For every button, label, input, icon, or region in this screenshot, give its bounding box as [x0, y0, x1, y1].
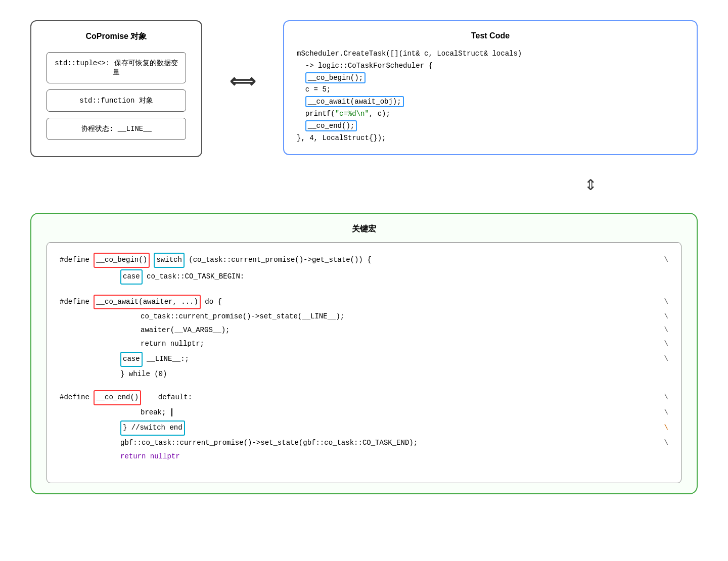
co-await-macro-name: __co_await(awaiter, ...)	[94, 295, 201, 310]
testcode-block: mScheduler.CreateTask([](int& c, LocalSt…	[297, 48, 684, 144]
cursor	[166, 407, 172, 419]
co-begin-case-rest: co_task::CO_TASK_BEGIN:	[143, 271, 245, 283]
co-begin-macro-name: __co_begin()	[94, 253, 150, 268]
co-await-rest: do {	[201, 296, 222, 308]
vertical-arrow-icon: ⇕	[584, 175, 597, 195]
co-await-awaiter: awaiter(__VA_ARGS__);	[141, 324, 230, 337]
switch-keyword: switch	[154, 253, 184, 268]
backslash-8: \	[649, 422, 668, 434]
macro-line-co-await-2: co_task::current_promise()->set_state(__…	[60, 311, 668, 323]
keymacro-box: 关键宏 #define __co_begin() switch (co_task…	[30, 213, 698, 494]
backslash-6: \	[649, 392, 668, 404]
testcode-title: Test Code	[297, 31, 684, 40]
testcode-line-1: -> logic::CoTaskForScheduler {	[297, 60, 684, 72]
macro-line-co-end-5: return nullptr	[60, 451, 668, 463]
macro-line-co-await-4: return nullptr; \	[60, 338, 668, 350]
testcode-line-6: __co_end();	[297, 120, 684, 132]
backslash-5: \	[649, 353, 668, 365]
space-0	[150, 254, 154, 266]
define-keyword-2: #define	[60, 392, 94, 404]
testcode-line-0: mScheduler.CreateTask([](int& c, LocalSt…	[297, 48, 684, 60]
macro-line-co-await-3: awaiter(__VA_ARGS__); \	[60, 324, 668, 337]
macro-line-co-end-4: gbf::co_task::current_promise()->set_sta…	[60, 437, 668, 449]
co-await-case-line: __LINE__:;	[143, 353, 189, 365]
testcode-box: Test Code mScheduler.CreateTask([](int& …	[283, 20, 698, 155]
macro-line-co-begin-2: case co_task::CO_TASK_BEGIN:	[60, 269, 668, 285]
macro-line-co-end-1: #define __co_end() default: \	[60, 390, 668, 405]
co-begin-highlight: __co_begin();	[305, 72, 366, 83]
copromise-box: CoPromise 对象 std::tuple<>: 保存可恢复的数据变量 st…	[30, 20, 202, 157]
testcode-line-3: c = 5;	[297, 84, 684, 96]
copromise-item-2: 协程状态: __LINE__	[47, 118, 186, 140]
backslash-4: \	[649, 338, 668, 350]
define-keyword-1: #define	[60, 296, 94, 308]
copromise-item-0: std::tuple<>: 保存可恢复的数据变量	[47, 52, 186, 83]
co-await-set-state: co_task::current_promise()->set_state(__…	[141, 311, 344, 323]
horizontal-arrow-container: ⟺	[222, 71, 263, 93]
keymacro-title: 关键宏	[47, 224, 681, 235]
macro-line-co-begin-1: #define __co_begin() switch (co_task::cu…	[60, 253, 668, 268]
backslash-1: \	[649, 296, 668, 308]
macro-line-co-end-3: } //switch end \	[60, 420, 668, 436]
main-container: CoPromise 对象 std::tuple<>: 保存可恢复的数据变量 st…	[10, 10, 718, 504]
copromise-title: CoPromise 对象	[47, 31, 186, 42]
co-end-default: default:	[141, 392, 192, 404]
co-end-highlight: __co_end();	[305, 120, 357, 131]
macro-line-co-await-1: #define __co_await(awaiter, ...) do { \	[60, 295, 668, 310]
co-begin-rest: (co_task::current_promise()->get_state()…	[185, 254, 372, 266]
co-await-highlight: __co_await(await_obj);	[305, 96, 404, 107]
backslash-0: \	[649, 254, 668, 266]
co-await-return: return nullptr;	[141, 338, 204, 350]
horizontal-arrow-icon: ⟺	[230, 71, 256, 93]
co-end-return: return nullptr	[120, 451, 180, 463]
macro-section-co-await: #define __co_await(awaiter, ...) do { \ …	[60, 295, 668, 381]
co-await-while: } while (0)	[120, 368, 167, 381]
case-keyword-1: case	[120, 352, 143, 367]
macro-section-co-end: #define __co_end() default: \ break; \ }…	[60, 390, 668, 462]
top-section: CoPromise 对象 std::tuple<>: 保存可恢复的数据变量 st…	[30, 20, 698, 157]
macro-line-co-end-2: break; \	[60, 407, 668, 419]
macro-section-co-begin: #define __co_begin() switch (co_task::cu…	[60, 253, 668, 285]
testcode-line-4: __co_await(await_obj);	[297, 96, 684, 108]
copromise-item-1: std::function 对象	[47, 89, 186, 112]
vertical-arrow-container: ⇕	[30, 175, 698, 195]
backslash-2: \	[649, 311, 668, 323]
switch-end-highlight: } //switch end	[120, 420, 185, 436]
macro-line-co-await-5: case __LINE__:; \	[60, 352, 668, 367]
testcode-line-5: printf("c=%d\n", c);	[297, 108, 684, 120]
testcode-line-7: }, 4, LocalStruct{});	[297, 132, 684, 145]
backslash-3: \	[649, 324, 668, 337]
case-keyword-0: case	[120, 269, 143, 285]
keymacro-inner: #define __co_begin() switch (co_task::cu…	[47, 242, 681, 483]
co-end-macro-name: __co_end()	[94, 390, 141, 405]
co-end-break: break;	[141, 407, 166, 419]
define-keyword-0: #define	[60, 254, 94, 266]
macro-line-co-await-6: } while (0)	[60, 368, 668, 381]
backslash-7: \	[649, 407, 668, 419]
co-end-set-state: gbf::co_task::current_promise()->set_sta…	[120, 437, 418, 449]
backslash-9: \	[649, 437, 668, 449]
testcode-line-2: __co_begin();	[297, 72, 684, 84]
